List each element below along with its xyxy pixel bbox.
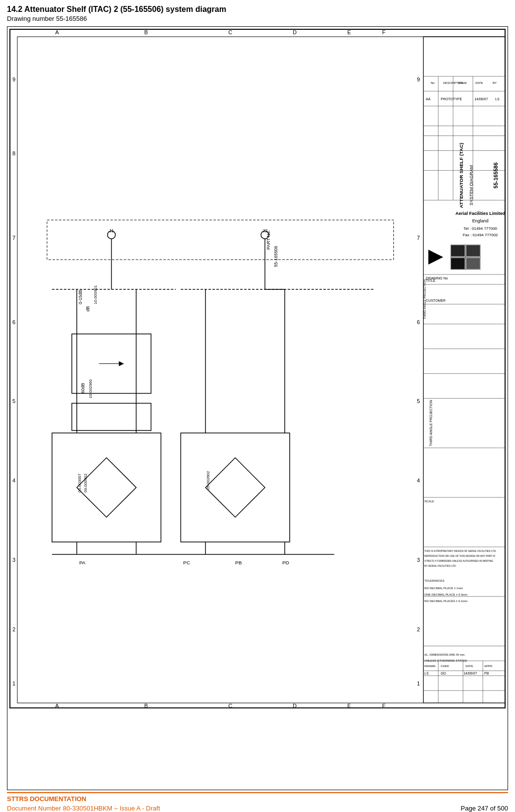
svg-rect-32: [423, 37, 505, 703]
svg-text:GD: GD: [441, 672, 446, 675]
svg-text:10-002960: 10-002960: [88, 379, 93, 399]
footer-sttrs-label: STTRS DOCUMENTATION: [7, 795, 508, 803]
footer-doc-number: Document Number 80-330501HBKM – Issue A …: [7, 805, 160, 812]
svg-rect-123: [52, 433, 161, 542]
svg-text:APPD: APPD: [484, 665, 493, 668]
svg-rect-37: [451, 258, 465, 270]
svg-text:PC: PC: [183, 560, 190, 565]
svg-text:AA: AA: [426, 97, 431, 101]
svg-text:CUSTOMER: CUSTOMER: [426, 299, 446, 302]
svg-text:No: No: [431, 81, 435, 84]
svg-text:5: 5: [12, 398, 15, 404]
svg-text:A: A: [55, 29, 59, 35]
svg-text:Fax : 01494 777002: Fax : 01494 777002: [463, 233, 498, 237]
svg-text:9: 9: [12, 76, 15, 82]
svg-text:Aerial Facilities Limited: Aerial Facilities Limited: [455, 211, 505, 216]
svg-text:2: 2: [12, 626, 15, 632]
svg-text:NO DECIMAL PLACES ± 0.1mm: NO DECIMAL PLACES ± 0.1mm: [424, 600, 467, 603]
svg-rect-1: [17, 37, 505, 703]
svg-text:ATTENUATOR SHELF (TAC): ATTENUATOR SHELF (TAC): [458, 143, 464, 208]
svg-rect-124: [181, 433, 290, 542]
svg-text:7: 7: [417, 235, 420, 241]
svg-text:E: E: [347, 703, 351, 709]
svg-text:CHKD: CHKD: [441, 665, 450, 668]
svg-text:NO DECIMAL PLACE ± 1mm: NO DECIMAL PLACE ± 1mm: [424, 587, 463, 590]
svg-text:Tel : 01494 777000: Tel : 01494 777000: [463, 226, 497, 231]
svg-text:DATE: DATE: [475, 81, 483, 84]
svg-text:B: B: [144, 703, 148, 709]
svg-text:6: 6: [417, 319, 420, 325]
svg-text:TOLERANCES: TOLERANCES: [424, 579, 444, 582]
svg-text:A: A: [55, 703, 59, 709]
svg-text:14/06/07: 14/06/07: [474, 97, 488, 101]
svg-text:55-165586: 55-165586: [493, 162, 499, 188]
svg-text:AL. DIMENSIONS ARE IN mm: AL. DIMENSIONS ARE IN mm: [424, 653, 464, 656]
page-title: 14.2 Attenuator Shelf (ITAC) 2 (55-16550…: [7, 5, 508, 14]
footer-bottom: Document Number 80-330501HBKM – Issue A …: [7, 805, 508, 812]
svg-text:England: England: [472, 218, 489, 223]
svg-text:LS: LS: [424, 672, 429, 675]
svg-text:7: 7: [12, 235, 15, 241]
svg-marker-146: [119, 361, 124, 366]
svg-text:2: 2: [417, 626, 420, 632]
svg-text:F: F: [382, 29, 386, 35]
diagram-container: A B C D E F A B C D E F 9 8 7 6 5 4 3 2 …: [7, 26, 508, 790]
svg-text:3: 3: [12, 557, 15, 563]
svg-text:14/06/07: 14/06/07: [463, 672, 477, 675]
svg-text:THIRD ANGLE PROJECTION: THIRD ANGLE PROJECTION: [429, 400, 433, 446]
svg-text:D: D: [293, 703, 297, 709]
svg-text:1: 1: [12, 680, 15, 686]
svg-text:PA: PA: [79, 560, 86, 565]
svg-text:ISSUE: ISSUE: [458, 81, 467, 84]
svg-text:UNLESS OTHERWISE STATED: UNLESS OTHERWISE STATED: [424, 659, 467, 662]
svg-text:BY AERIAL FACILITIES LTD.: BY AERIAL FACILITIES LTD.: [424, 564, 456, 567]
svg-text:4: 4: [417, 477, 420, 483]
svg-text:LS: LS: [495, 97, 500, 101]
footer-page-info: Page 247 of 500: [461, 805, 508, 812]
svg-text:ONE DECIMAL PLACE ± 0.3mm: ONE DECIMAL PLACE ± 0.3mm: [424, 593, 467, 596]
svg-text:THIS IS A PROPRIETARY DESIGN O: THIS IS A PROPRIETARY DESIGN OF AERIAL F…: [424, 549, 496, 552]
svg-rect-33: [423, 37, 505, 136]
svg-text:DRAWING No: DRAWING No: [426, 276, 448, 280]
svg-rect-35: [451, 245, 465, 257]
svg-text:55-165506: 55-165506: [273, 246, 278, 267]
svg-marker-122: [205, 458, 265, 517]
svg-text:9: 9: [417, 76, 420, 82]
svg-text:DATE: DATE: [465, 665, 473, 668]
svg-text:PB: PB: [484, 672, 489, 675]
svg-text:SCALE: SCALE: [424, 500, 434, 503]
svg-text:J1: J1: [109, 228, 114, 233]
svg-rect-0: [10, 29, 505, 708]
svg-text:60dB: 60dB: [80, 383, 85, 394]
svg-text:PB: PB: [235, 560, 242, 565]
svg-marker-39: [428, 250, 443, 265]
svg-text:05-002602: 05-002602: [206, 471, 210, 490]
drawing-number: Drawing number 55-165586: [7, 15, 508, 22]
svg-text:C: C: [228, 29, 232, 35]
svg-text:PROTOTYPE: PROTOTYPE: [441, 97, 462, 101]
svg-text:J2: J2: [262, 228, 268, 233]
footer-section: STTRS DOCUMENTATION Document Number 80-3…: [7, 792, 508, 812]
page-wrapper: 14.2 Attenuator Shelf (ITAC) 2 (55-16550…: [0, 0, 515, 812]
svg-text:STRICTLY FORBIDDEN UNLESS AUTH: STRICTLY FORBIDDEN UNLESS AUTHORISED IN …: [424, 559, 493, 562]
svg-text:B: B: [144, 29, 148, 35]
svg-text:SYSTEM DIAGRAM: SYSTEM DIAGRAM: [469, 165, 474, 205]
svg-text:D: D: [293, 29, 297, 35]
svg-text:F: F: [382, 703, 386, 709]
svg-text:05-003007: 05-003007: [77, 473, 82, 492]
svg-text:0-15dB: 0-15dB: [78, 290, 83, 304]
svg-text:THIRD ANGLE PROJECTION: THIRD ANGLE PROJECTION: [423, 279, 426, 319]
svg-text:4: 4: [12, 477, 15, 483]
svg-text:E: E: [347, 29, 351, 35]
svg-text:DRAWN: DRAWN: [424, 665, 435, 668]
svg-text:8: 8: [12, 150, 15, 156]
svg-text:5: 5: [417, 398, 420, 404]
svg-rect-115: [47, 220, 394, 260]
svg-text:1: 1: [417, 680, 420, 686]
svg-text:BY: BY: [493, 81, 497, 84]
svg-rect-148: [72, 403, 151, 430]
svg-text:3: 3: [417, 557, 420, 563]
svg-rect-38: [466, 258, 480, 270]
svg-text:6: 6: [12, 319, 15, 325]
svg-text:REPRODUCTION OR USE OF THIS DE: REPRODUCTION OR USE OF THIS DESIGN OR AN…: [424, 554, 495, 557]
